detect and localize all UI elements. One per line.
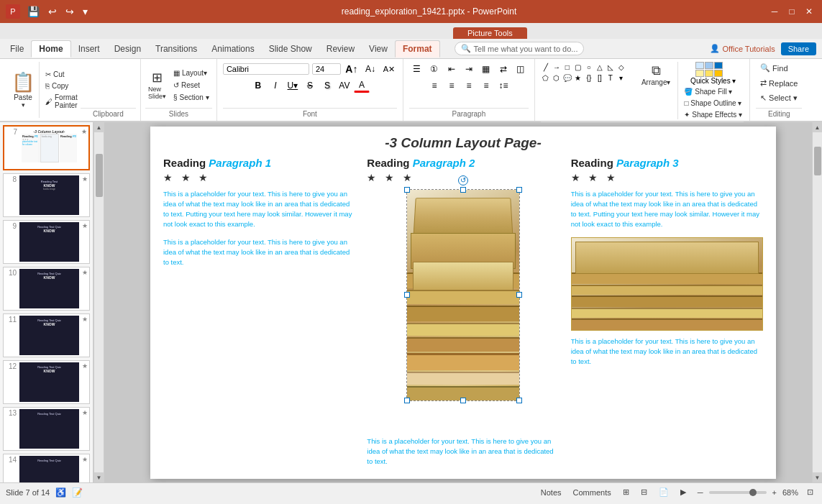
line-spacing-button[interactable]: ↕≡ [496,78,511,93]
slide-thumb-13[interactable]: 13 Reading Test Quiz ★ [3,407,90,451]
undo-button[interactable]: ↩ [45,4,60,19]
zoom-slider[interactable] [709,491,767,494]
redo-button[interactable]: ↪ [63,4,77,19]
slide-thumb-7[interactable]: 7 -3 Column Layout- Reading P1 ★★★ place… [3,125,90,170]
tab-home[interactable]: Home [31,40,70,58]
save-button[interactable]: 💾 [24,4,42,19]
notes-button[interactable]: Notes [538,487,565,498]
rounded-rect-shape[interactable]: ▢ [573,62,583,72]
rect-shape[interactable]: □ [562,62,572,72]
handle-mr[interactable] [516,292,522,298]
justify-button[interactable]: ≡ [478,78,494,93]
shadow-button[interactable]: S [319,78,335,93]
canvas-scroll-thumb[interactable] [814,147,821,175]
layout-button[interactable]: ▦ Layout▾ [170,68,212,78]
canvas-scroll-up[interactable]: ▲ [813,122,823,132]
reset-button[interactable]: ↺ Reset [170,80,212,91]
handle-tr[interactable] [516,187,522,193]
slide-sorter-button[interactable]: ⊟ [638,487,650,498]
format-painter-button[interactable]: 🖌Format Painter [42,92,81,111]
scroll-down-button[interactable]: ▼ [94,472,104,482]
triangle-shape[interactable]: △ [595,62,605,72]
slideshow-button[interactable]: ▶ [677,487,689,498]
handle-tl[interactable] [404,187,410,193]
tell-me-box[interactable]: 🔍 Tell me what you want to do... [455,42,585,55]
align-left-button[interactable]: ≡ [426,78,442,93]
slide-thumb-14[interactable]: 14 Reading Test Quiz ★ [3,454,90,482]
bracket-shape[interactable]: {} [584,73,594,83]
canvas-scroll-down[interactable]: ▼ [813,472,823,482]
slide-panel-scrollbar[interactable]: ▲ ▼ [93,122,104,482]
minimize-button[interactable]: ─ [767,4,782,19]
arrow-shape[interactable]: → [552,62,562,72]
zoom-out-button[interactable]: ─ [695,487,706,498]
quick-styles-button[interactable]: Quick Styles ▾ [682,62,744,85]
brace-shape[interactable]: [] [595,73,605,83]
scroll-thumb[interactable] [96,154,103,197]
underline-button[interactable]: U▾ [285,78,301,93]
tab-format[interactable]: Format [395,40,440,58]
tab-transitions[interactable]: Transitions [148,41,204,57]
scroll-track[interactable] [94,132,104,472]
font-family-select[interactable] [223,63,309,75]
share-button[interactable]: Share [781,42,816,55]
callout-shape[interactable]: 💬 [562,73,572,83]
handle-bc[interactable] [460,398,466,403]
columns-button[interactable]: ▦ [478,62,494,76]
find-button[interactable]: 🔍 Find [756,62,802,74]
zoom-in-button[interactable]: + [770,487,780,498]
align-right-button[interactable]: ≡ [461,78,477,93]
tab-review[interactable]: Review [319,41,362,57]
numbering-button[interactable]: ① [426,62,442,76]
hexagon-shape[interactable]: ⬡ [552,73,562,83]
decrease-indent-button[interactable]: ⇤ [444,62,460,76]
canvas-scrollbar[interactable]: ▲ ▼ [812,122,822,482]
strikethrough-button[interactable]: S [302,78,318,93]
rt-triangle-shape[interactable]: ◺ [606,62,616,72]
shape-fill-button[interactable]: 🪣 Shape Fill ▾ [682,87,744,96]
star-shape[interactable]: ★ [573,73,583,83]
bullets-button[interactable]: ☰ [409,62,425,76]
font-color-button[interactable]: A [354,78,370,93]
more-shapes[interactable]: ▾ [616,73,626,83]
grow-font-button[interactable]: A↑ [344,62,360,76]
handle-bl[interactable] [404,398,410,403]
clear-format-button[interactable]: A✕ [381,62,397,76]
rotate-handle[interactable]: ↺ [458,175,468,185]
pentagon-shape[interactable]: ⬠ [541,73,551,83]
slide-thumb-8[interactable]: 8 Reading Test KNOW books image ★ [3,173,90,217]
shrink-font-button[interactable]: A↓ [362,62,378,76]
paste-button[interactable]: 📋 Paste ▾ [7,62,40,118]
handle-tc[interactable] [460,187,466,193]
normal-view-button[interactable]: ⊞ [620,487,632,498]
comments-button[interactable]: Comments [570,487,614,498]
slide-thumb-10[interactable]: 10 Reading Test Quiz KNOW ★ [3,267,90,311]
increase-indent-button[interactable]: ⇥ [461,62,477,76]
tab-slideshow[interactable]: Slide Show [262,41,319,57]
line-shape[interactable]: ╱ [541,62,551,72]
italic-button[interactable]: I [268,78,283,93]
replace-button[interactable]: ⇄ Replace [756,77,802,89]
scroll-up-button[interactable]: ▲ [94,122,104,132]
ellipse-shape[interactable]: ○ [584,62,594,72]
office-tutorials-link[interactable]: 👤 Office Tutorials [710,44,775,53]
text-direction-button[interactable]: ⇄ [496,62,511,76]
tab-file[interactable]: File [3,41,31,57]
kerning-button[interactable]: AV [337,78,352,93]
handle-ml[interactable] [404,292,410,298]
copy-button[interactable]: ⎘Copy [42,81,81,91]
tab-design[interactable]: Design [107,41,148,57]
bold-button[interactable]: B [250,78,266,93]
close-button[interactable]: ✕ [802,4,816,19]
reading-view-button[interactable]: 📄 [656,487,672,498]
cut-button[interactable]: ✂Cut [42,69,81,80]
slide-thumb-11[interactable]: 11 Reading Test Quiz KNOW ★ [3,313,90,357]
customize-qa-button[interactable]: ▾ [80,4,91,19]
tab-insert[interactable]: Insert [71,41,107,57]
select-button[interactable]: ↖ Select ▾ [756,92,802,104]
diamond-shape[interactable]: ◇ [616,62,626,72]
fit-slide-button[interactable]: ⊡ [804,487,816,498]
align-center-button[interactable]: ≡ [444,78,460,93]
tab-animations[interactable]: Animations [204,41,261,57]
zoom-thumb[interactable] [749,489,757,496]
